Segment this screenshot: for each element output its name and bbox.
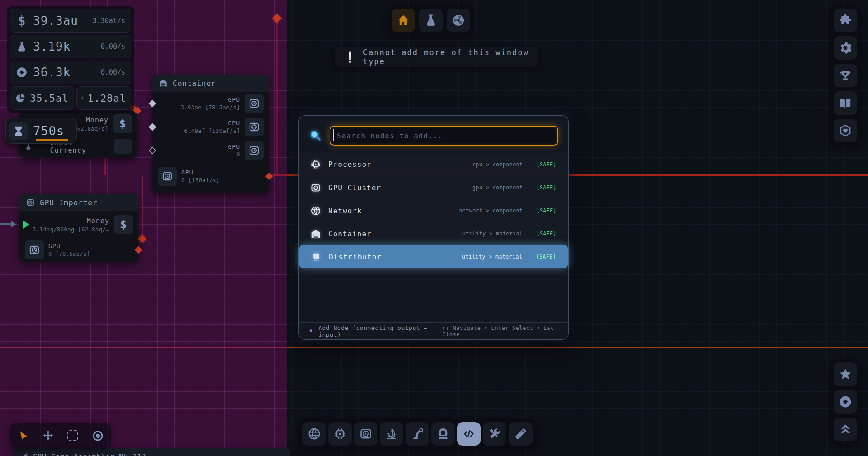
achievements-button[interactable]	[834, 64, 857, 87]
output-port-diamond[interactable]	[135, 246, 142, 254]
item-label: GPU Cluster	[328, 183, 465, 192]
container-node-header[interactable]: Container	[152, 75, 269, 92]
list-item-processor[interactable]: Processor cpu > component [SAFE]	[299, 153, 568, 176]
circle-tool-button[interactable]	[87, 425, 108, 446]
favorites-button[interactable]	[834, 119, 857, 142]
resource-money: $ 39.3au 3.30at/s	[10, 9, 131, 33]
resource-panel: $ 39.3au 3.30at/s 3.19k 0.00/s 36.3k 0.0…	[7, 6, 134, 113]
prestige-coin-button[interactable]	[834, 390, 857, 414]
container-output-row[interactable]: GPU 0 [130af/s]	[152, 162, 269, 190]
gpu-button[interactable]	[447, 9, 470, 32]
gpu-importer-node-header[interactable]: GPU Importer	[19, 194, 138, 211]
item-category: utility > material	[462, 254, 523, 260]
double-chevron-up-icon	[839, 423, 852, 436]
timer-progress-bar	[36, 139, 68, 141]
text-caret	[333, 129, 334, 141]
trophy-icon	[839, 69, 852, 82]
hacker-tab-button[interactable]	[431, 422, 455, 446]
item-safe-tag: [SAFE]	[536, 184, 557, 191]
settings-button[interactable]	[834, 36, 857, 60]
resource-rate: 0.00/s	[101, 68, 125, 76]
wire-node-diamond	[138, 235, 146, 243]
puzzle-icon	[839, 14, 852, 27]
gpu-fan-icon	[311, 183, 321, 193]
game-canvas[interactable]: $ 39.3au 3.30at/s 3.19k 0.00/s 36.3k 0.0…	[0, 0, 868, 456]
network-tab-button[interactable]	[302, 422, 326, 446]
gpu-fan-icon[interactable]	[25, 240, 44, 259]
flask-icon	[16, 41, 28, 52]
research-button[interactable]	[419, 9, 443, 32]
input-port-triangle[interactable]	[23, 221, 29, 229]
box-select-tool-button[interactable]	[62, 425, 83, 446]
flask-icon	[25, 143, 32, 150]
pan-tool-button[interactable]	[38, 425, 58, 446]
resource-value: 36.3k	[33, 66, 71, 79]
list-item-gpu-cluster[interactable]: GPU Cluster gpu > component [SAFE]	[299, 176, 568, 199]
list-item-distributor[interactable]: Distributor utility > material [SAFE]	[299, 245, 568, 268]
container-input-row[interactable]: GPU 3.93ae [78.5ae/s]	[152, 92, 269, 115]
notification-toast: ❕ Cannot add more of this window type	[335, 47, 538, 67]
input-port-diamond[interactable]	[149, 123, 156, 131]
row-label: GPU	[228, 143, 240, 150]
importer-output-row[interactable]: GPU 0 [78.5ae/s]	[19, 238, 138, 262]
node-title: Container	[173, 79, 216, 88]
pie-icon	[15, 93, 26, 103]
globe-icon	[311, 206, 321, 216]
automation-tab-button[interactable]	[406, 422, 429, 446]
row-label: GPU	[181, 96, 240, 103]
move-icon	[42, 430, 54, 442]
timer-panel[interactable]: 750s	[5, 118, 77, 144]
container-input-row[interactable]: GPU 0	[152, 139, 269, 162]
edit-tab-button[interactable]	[509, 422, 533, 446]
money-output-icon[interactable]: $	[113, 114, 132, 133]
row-value: 0 [130af/s]	[181, 177, 220, 183]
top-toolbar	[389, 6, 473, 35]
input-port-diamond-empty[interactable]	[149, 147, 156, 155]
search-icon	[309, 129, 322, 142]
row-label: Money	[33, 217, 109, 225]
add-node-dialog: Processor cpu > component [SAFE] GPU Clu…	[298, 115, 569, 340]
list-item-container[interactable]: Container utility > material [SAFE]	[299, 222, 568, 245]
item-category: utility > material	[462, 230, 523, 237]
search-input[interactable]	[330, 126, 558, 146]
wire-node-diamond	[272, 14, 282, 23]
input-slot[interactable]	[114, 139, 132, 154]
resource-rate: 0.00/s	[101, 42, 125, 51]
warehouse-icon	[311, 229, 321, 239]
item-safe-tag: [SAFE]	[536, 230, 557, 237]
home-button[interactable]	[392, 9, 415, 32]
chip-icon	[311, 159, 321, 169]
dollar-icon: $	[16, 15, 28, 27]
gpu-fan-icon[interactable]	[245, 141, 264, 160]
tools-tab-button[interactable]	[483, 422, 506, 446]
select-tool-button[interactable]	[13, 425, 33, 446]
star-button[interactable]	[834, 362, 857, 386]
gpu-importer-node[interactable]: GPU Importer Money 3.14aq/800ag [62.8aq/…	[19, 194, 138, 262]
list-item-network[interactable]: Network network > component [SAFE]	[299, 199, 568, 222]
container-input-row[interactable]: GPU 6.49af [130af/s]	[152, 115, 269, 139]
input-port-diamond[interactable]	[149, 100, 156, 108]
resource-value: 1.28al	[88, 93, 126, 104]
hourglass-icon	[9, 122, 28, 140]
item-safe-tag: [SAFE]	[536, 207, 557, 214]
research-tab-button[interactable]	[380, 422, 403, 446]
assembler-node[interactable]: CPU Core Assembler Mk 117	[14, 448, 290, 456]
wire-gray-input	[0, 223, 12, 225]
money-icon[interactable]: $	[114, 215, 133, 234]
gpu-fan-icon[interactable]	[245, 118, 264, 136]
cpu-tab-button[interactable]	[328, 422, 352, 446]
row-value: 0	[228, 151, 240, 158]
gpu-tab-button[interactable]	[354, 422, 377, 446]
gpu-fan-icon[interactable]	[158, 167, 177, 186]
output-port-diamond[interactable]	[265, 173, 273, 180]
importer-input-row[interactable]: Money 3.14aq/800ag [62.8aq/… $	[19, 211, 138, 238]
code-tab-button[interactable]	[457, 422, 481, 446]
warehouse-icon	[159, 79, 168, 88]
container-node[interactable]: Container GPU 3.93ae [78.5ae/s] GPU 6.49…	[152, 75, 269, 193]
bottom-toolbar-extra	[506, 419, 535, 448]
guide-button[interactable]	[834, 91, 857, 115]
gear-icon	[839, 41, 852, 55]
upgrade-button[interactable]	[834, 418, 857, 441]
mods-button[interactable]	[834, 9, 857, 32]
gpu-fan-icon[interactable]	[245, 94, 264, 113]
